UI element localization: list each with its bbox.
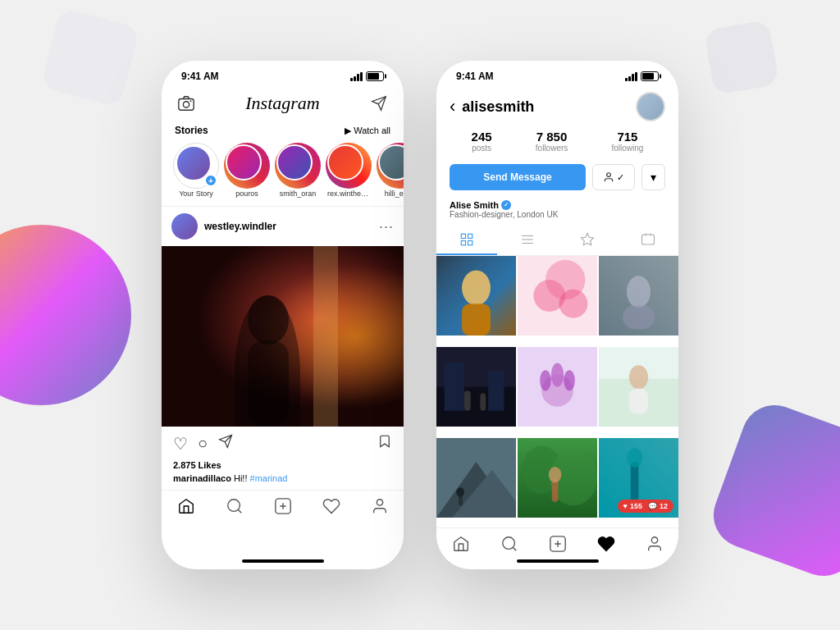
bookmark-button[interactable] bbox=[377, 433, 392, 454]
notification-badge: ♥ 155 💬 12 bbox=[618, 500, 673, 513]
story-your-story[interactable]: + Your Story bbox=[175, 144, 217, 198]
svg-point-53 bbox=[564, 370, 575, 390]
profile-nav-search[interactable] bbox=[500, 535, 518, 553]
tab-grid[interactable] bbox=[436, 226, 497, 255]
svg-point-73 bbox=[502, 537, 514, 550]
svg-rect-7 bbox=[162, 246, 404, 427]
post-avatar[interactable] bbox=[171, 213, 198, 240]
grid-cell-9[interactable]: ♥ 155 💬 12 bbox=[599, 438, 678, 518]
svg-rect-71 bbox=[631, 462, 639, 502]
comment-icon: 💬 bbox=[648, 502, 657, 510]
svg-rect-42 bbox=[623, 305, 655, 329]
signal-icon bbox=[350, 72, 363, 81]
tab-igtv[interactable] bbox=[618, 226, 678, 255]
svg-rect-0 bbox=[179, 99, 194, 111]
svg-rect-46 bbox=[488, 371, 504, 411]
svg-rect-48 bbox=[480, 393, 486, 410]
profile-nav-add[interactable] bbox=[549, 535, 567, 553]
back-button[interactable]: ‹ bbox=[450, 96, 455, 117]
follow-button[interactable]: ✓ bbox=[592, 164, 635, 190]
nav-profile[interactable] bbox=[371, 497, 389, 515]
feed-bottom-nav bbox=[162, 490, 404, 532]
profile-nav-profile[interactable] bbox=[646, 535, 664, 553]
profile-status-icons bbox=[625, 71, 659, 81]
story-name-rex: rex.wintheiser bbox=[327, 189, 370, 198]
instagram-logo: Instagram bbox=[245, 93, 319, 114]
send-header-icon[interactable] bbox=[368, 92, 390, 115]
stat-followers-label: followers bbox=[536, 144, 568, 153]
caption-hashtag[interactable]: #marinad bbox=[250, 473, 288, 483]
watch-all-button[interactable]: ▶ Watch all bbox=[345, 126, 390, 136]
svg-point-38 bbox=[559, 290, 587, 318]
add-story-button[interactable]: + bbox=[204, 174, 217, 187]
battery-fill bbox=[368, 73, 379, 80]
profile-nav-heart[interactable] bbox=[597, 535, 615, 553]
home-indicator bbox=[242, 559, 324, 563]
stat-followers-number: 7 850 bbox=[536, 130, 568, 144]
nav-home[interactable] bbox=[177, 497, 195, 515]
grid-cell-7[interactable] bbox=[436, 438, 516, 518]
profile-username-title: alisesmith bbox=[462, 98, 534, 116]
feed-phone-screen: 9:41 AM bbox=[162, 61, 404, 569]
svg-point-2 bbox=[190, 100, 192, 102]
post-likes: 2.875 Likes bbox=[162, 460, 404, 473]
svg-point-33 bbox=[462, 270, 491, 305]
tab-list[interactable] bbox=[497, 226, 558, 255]
bg-corner-tl bbox=[40, 7, 140, 107]
post-user: westley.windler bbox=[171, 213, 276, 240]
story-pouros[interactable]: pouros bbox=[226, 144, 268, 198]
grid-cell-2[interactable] bbox=[518, 256, 597, 336]
nav-add[interactable] bbox=[274, 497, 292, 515]
stat-following: 715 following bbox=[611, 130, 643, 153]
svg-point-18 bbox=[377, 500, 382, 505]
send-message-button[interactable]: Send Message bbox=[450, 164, 586, 190]
comment-button[interactable]: ○ bbox=[198, 434, 208, 453]
stat-followers: 7 850 followers bbox=[536, 130, 568, 153]
grid-cell-4[interactable] bbox=[436, 347, 516, 427]
svg-line-14 bbox=[238, 509, 241, 513]
bg-blob-left bbox=[0, 225, 131, 405]
stories-row: + Your Story pouros smith_oran bbox=[162, 141, 404, 206]
story-rex[interactable]: rex.wintheiser bbox=[327, 144, 370, 198]
profile-signal-icon bbox=[625, 72, 637, 81]
grid-cell-1[interactable] bbox=[436, 256, 516, 336]
feed-status-icons bbox=[350, 71, 384, 81]
profile-phone: 9:41 AM ‹ alisesmith 2 bbox=[436, 61, 678, 569]
likes-count: 155 bbox=[630, 502, 642, 510]
grid-cell-6[interactable] bbox=[599, 347, 678, 427]
tab-tagged[interactable] bbox=[558, 226, 619, 255]
story-smith-oran[interactable]: smith_oran bbox=[276, 144, 319, 198]
share-button[interactable] bbox=[217, 434, 234, 453]
post-header: westley.windler ··· bbox=[162, 207, 404, 246]
stories-header: Stories ▶ Watch all bbox=[162, 121, 404, 141]
profile-bottom-nav bbox=[436, 527, 678, 569]
grid-cell-5[interactable] bbox=[518, 347, 597, 427]
camera-header-icon[interactable] bbox=[175, 92, 198, 115]
post-caption: marinadillaco Hi!! #marinad bbox=[162, 473, 404, 490]
profile-header-bar: ‹ alisesmith bbox=[436, 85, 678, 125]
post-avatar-img bbox=[171, 213, 198, 240]
grid-cell-8[interactable] bbox=[518, 438, 597, 518]
battery-icon bbox=[366, 71, 384, 81]
svg-point-62 bbox=[456, 487, 464, 497]
story-hilli[interactable]: hilli_eliza bbox=[378, 144, 404, 198]
profile-tabs bbox=[436, 226, 678, 256]
profile-nav-home[interactable] bbox=[452, 535, 470, 553]
grid-cell-3[interactable] bbox=[599, 256, 678, 336]
svg-marker-27 bbox=[582, 234, 594, 245]
stat-posts: 245 posts bbox=[472, 130, 492, 153]
profile-avatar-top[interactable] bbox=[636, 92, 665, 121]
nav-heart[interactable] bbox=[322, 497, 340, 515]
verified-badge: ✓ bbox=[501, 200, 511, 210]
profile-bio: Alise Smith ✓ Fashion-designer, London U… bbox=[436, 197, 678, 226]
more-options-button[interactable]: ▾ bbox=[641, 164, 665, 190]
profile-job: Fashion-designer, London UK bbox=[450, 210, 665, 219]
svg-point-41 bbox=[627, 276, 651, 308]
likes-badge-icon: ♥ bbox=[623, 502, 628, 510]
like-button[interactable]: ♡ bbox=[173, 434, 188, 454]
profile-stats: 245 posts 7 850 followers 715 following bbox=[436, 125, 678, 158]
post-more-button[interactable]: ··· bbox=[379, 218, 394, 235]
post-username[interactable]: westley.windler bbox=[204, 221, 276, 232]
nav-search[interactable] bbox=[226, 497, 244, 515]
caption-username[interactable]: marinadillaco bbox=[173, 473, 231, 483]
